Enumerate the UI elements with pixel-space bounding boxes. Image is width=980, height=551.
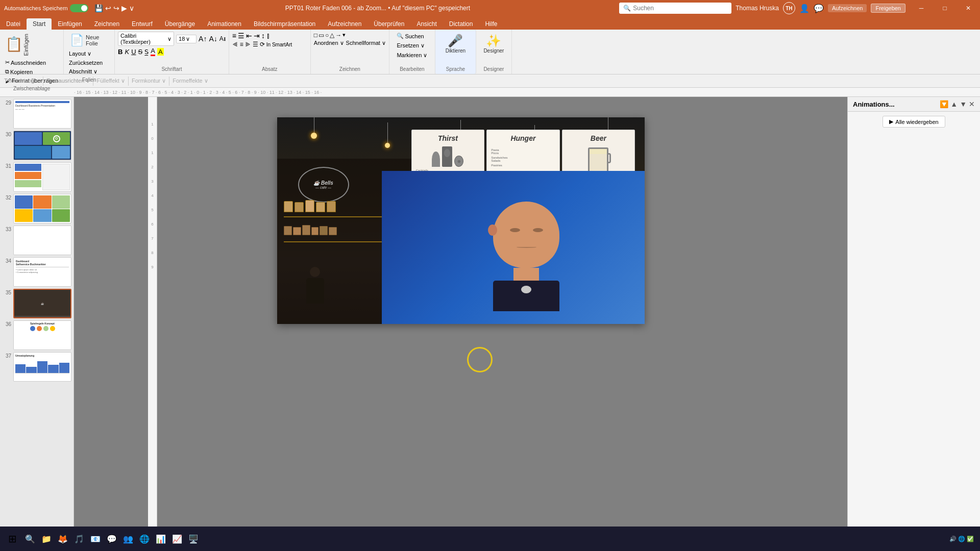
panel-collapse-btn[interactable]: 🔽 (940, 100, 948, 108)
schnelllformat-btn[interactable]: Schnellformat ∨ (346, 40, 386, 46)
shape-arrow[interactable]: → (335, 32, 341, 39)
minimize-btn[interactable]: ─ (910, 0, 933, 16)
slide-thumb-31[interactable]: 31 (2, 162, 71, 192)
slide-thumb-32[interactable]: 32 (2, 194, 71, 223)
zuruecksetzen-button[interactable]: Zurücksetzen (67, 59, 105, 67)
shadow-btn[interactable]: S̲ (144, 48, 149, 56)
taskbar-app2[interactable]: 💬 (105, 532, 119, 546)
panel-up-btn[interactable]: ▲ (950, 100, 958, 108)
tab-ueberpruefen[interactable]: Überprüfen (368, 18, 410, 30)
taskbar-app3[interactable]: 🌐 (137, 532, 152, 546)
shape-circle[interactable]: ○ (325, 32, 329, 39)
tab-uebergaenge[interactable]: Übergänge (159, 18, 201, 30)
bullet-list-btn[interactable]: ≡ (232, 32, 236, 40)
anordnen-btn[interactable]: Anordnen ∨ (314, 40, 344, 46)
suchen-button[interactable]: 🔍 Suchen (395, 32, 426, 40)
slide-thumb-36[interactable]: 36 Spielregeln Konzept (2, 320, 71, 350)
slide-thumb-34[interactable]: 34 DashboardSelfservice Buchmarkter • Lo… (2, 257, 71, 287)
slide-main-canvas[interactable]: ☕ Bells — cafe — (277, 117, 645, 324)
autosave-toggle[interactable] (70, 4, 88, 12)
einfuegen-button[interactable]: 📋 Einfügen (3, 32, 31, 58)
markieren-button[interactable]: Markieren ∨ (395, 51, 429, 60)
taskbar-firefox[interactable]: 🦊 (56, 532, 70, 546)
font-size-dropdown[interactable]: 18 ∨ (176, 35, 197, 43)
shape-rect[interactable]: □ (314, 32, 317, 39)
slide-thumb-33[interactable]: 33 (2, 226, 71, 255)
align-center-btn[interactable]: ≡ (240, 41, 243, 48)
tab-entwurf[interactable]: Entwurf (126, 18, 159, 30)
text-direction-btn[interactable]: ⟳ (260, 41, 265, 48)
tab-einfuegen[interactable]: Einfügen (52, 18, 88, 30)
taskbar-excel[interactable]: 📈 (170, 532, 184, 546)
tab-start[interactable]: Start (27, 18, 52, 30)
taskbar-app5[interactable]: 🖥️ (186, 532, 201, 546)
line-spacing-btn[interactable]: ↕ (261, 32, 265, 40)
decrease-font-btn[interactable]: A↓ (209, 35, 217, 43)
tab-animationen[interactable]: Animationen (201, 18, 248, 30)
panel-down-btn[interactable]: ▼ (960, 100, 967, 108)
panel-close-btn[interactable]: ✕ (969, 100, 975, 108)
share-icon[interactable]: 👤 (799, 4, 810, 13)
align-left-btn[interactable]: ⫷ (232, 41, 238, 48)
canvas-area[interactable]: 10123456789 (74, 97, 847, 537)
taskbar-app4[interactable]: 📊 (154, 532, 168, 546)
bold-btn[interactable]: B (118, 48, 122, 56)
present-icon[interactable]: ▶ (121, 4, 127, 12)
comments-icon[interactable]: 💬 (814, 4, 824, 13)
slide-thumb-35[interactable]: 35 ☕ (2, 289, 71, 318)
layout-button[interactable]: Layout ∨ (67, 49, 93, 58)
highlight-btn[interactable]: A (157, 48, 164, 56)
shape-rounded[interactable]: ▭ (318, 32, 324, 39)
taskbar-files[interactable]: 📁 (39, 532, 54, 546)
redo-icon[interactable]: ↪ (113, 4, 119, 12)
slide-thumb-30[interactable]: 30 ⚙ (2, 131, 71, 160)
undo-icon[interactable]: ↩ (105, 4, 111, 12)
kopieren-button[interactable]: ⧉ Kopieren (3, 67, 35, 76)
columns-btn[interactable]: ⫿ (266, 32, 270, 40)
decrease-indent-btn[interactable]: ⇤ (246, 32, 252, 40)
start-btn[interactable]: ⊞ (4, 531, 21, 547)
window-controls[interactable]: ─ □ ✕ (910, 0, 980, 16)
strikethrough-btn[interactable]: S (138, 48, 143, 56)
align-right-btn[interactable]: ⫸ (245, 41, 251, 48)
font-name-dropdown[interactable]: Calibri (Textkörper) ∨ (118, 32, 174, 46)
play-all-button[interactable]: ▶ Alle wiedergeben (883, 116, 945, 128)
slide-thumb-37[interactable]: 37 Umsatzplanung (2, 352, 71, 382)
increase-indent-btn[interactable]: ⇥ (254, 32, 260, 40)
neue-folie-button[interactable]: 📄 NeueFolie (67, 32, 102, 49)
designer-button[interactable]: ✨ Designer (480, 32, 507, 56)
save-icon[interactable]: 💾 (94, 4, 103, 12)
more-icon[interactable]: ∨ (129, 4, 134, 12)
justify-btn[interactable]: ☰ (253, 41, 258, 48)
tab-hilfe[interactable]: Hilfe (479, 18, 503, 30)
search-input[interactable] (633, 5, 725, 12)
tab-dictation[interactable]: Dictation (443, 18, 479, 30)
search-btn[interactable]: 🔍 (23, 532, 37, 546)
taskbar-outlook[interactable]: 📧 (88, 532, 103, 546)
present-btn[interactable]: Aufzeichnen (828, 4, 867, 12)
italic-btn[interactable]: K (125, 48, 130, 56)
close-btn[interactable]: ✕ (957, 0, 980, 16)
smartart-btn[interactable]: In SmartArt (266, 42, 292, 47)
freigeben-btn[interactable]: Freigeben (871, 4, 905, 13)
diktieren-button[interactable]: 🎤 Diktieren (443, 32, 469, 56)
tab-bildschirmpraesentation[interactable]: Bildschirmpräsentation (248, 18, 322, 30)
search-bar[interactable]: 🔍 (619, 3, 731, 14)
shapes-more[interactable]: ▾ (342, 32, 346, 39)
tab-aufzeichnen[interactable]: Aufzeichnen (322, 18, 368, 30)
ersetzen-button[interactable]: Ersetzen ∨ (395, 41, 426, 50)
slide-thumb-29[interactable]: 29 Dashboard Basistexts Presentation— — … (2, 99, 71, 129)
abschnitt-button[interactable]: Abschnitt ∨ (67, 67, 100, 76)
font-color-btn[interactable]: A (151, 47, 155, 56)
tab-ansicht[interactable]: Ansicht (410, 18, 443, 30)
taskbar-teams[interactable]: 👥 (121, 532, 135, 546)
increase-font-btn[interactable]: A↑ (199, 35, 207, 43)
number-list-btn[interactable]: ☰ (238, 32, 244, 40)
maximize-btn[interactable]: □ (933, 0, 957, 16)
ausschneiden-button[interactable]: ✂ Ausschneiden (3, 58, 48, 67)
underline-btn[interactable]: U (131, 48, 136, 56)
clear-format-btn[interactable]: Aᵻ (219, 35, 226, 42)
tab-zeichnen[interactable]: Zeichnen (88, 18, 126, 30)
user-avatar[interactable]: TH (783, 2, 795, 14)
shape-triangle[interactable]: △ (330, 32, 334, 39)
